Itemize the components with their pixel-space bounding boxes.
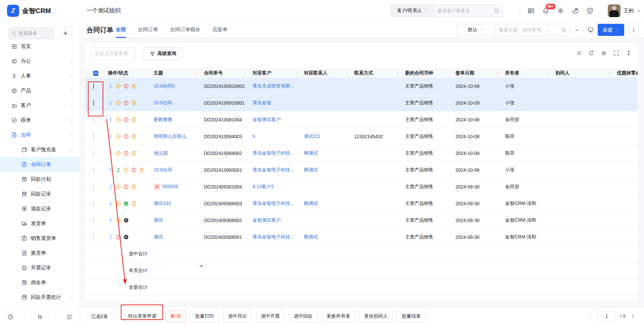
column-header[interactable]: 签单日期: [455, 70, 505, 76]
sidebar-subitem[interactable]: 退款记录: [0, 201, 80, 216]
row-action-icons[interactable]: [108, 151, 154, 156]
column-header[interactable]: 所有者: [505, 70, 555, 76]
row-checkbox[interactable]: [93, 184, 94, 189]
row-subject-link[interactable]: 测试: [154, 234, 163, 239]
prev-page-icon[interactable]: [588, 314, 593, 319]
row-action-icons[interactable]: [108, 201, 154, 206]
sidebar-item[interactable]: 产品: [0, 83, 80, 98]
row-subject-link[interactable]: 555555: [162, 183, 178, 189]
advanced-query-button[interactable]: 高级查询: [143, 47, 183, 60]
more-actions-button[interactable]: [628, 24, 639, 36]
row-customer-link[interactable]: 金智测试客户: [253, 117, 281, 122]
gear-icon[interactable]: [557, 7, 564, 14]
column-header[interactable]: 对应客户: [253, 70, 304, 76]
row-contact-link[interactable]: 测试111: [304, 133, 320, 139]
row-action-icons[interactable]: [108, 167, 154, 173]
row-checkbox[interactable]: [93, 151, 94, 156]
row-subject-link[interactable]: 10.9合同2: [154, 83, 175, 89]
pie-chart-icon[interactable]: [572, 7, 579, 14]
row-action-icons[interactable]: [108, 134, 154, 139]
row-action-icons[interactable]: [108, 234, 154, 240]
sidebar-subitem[interactable]: 佣金单: [0, 275, 80, 290]
bulk-action-button[interactable]: 更改协同人: [359, 311, 393, 322]
column-header[interactable]: 联系方式: [354, 70, 405, 76]
search-icon[interactable]: [561, 27, 567, 33]
global-search-input[interactable]: [435, 8, 494, 13]
gear-icon[interactable]: [601, 50, 607, 56]
row-contact-link[interactable]: 网测试: [304, 150, 318, 156]
user-block[interactable]: 王鹤: [608, 0, 641, 21]
row-action-icons[interactable]: [108, 84, 154, 89]
select-all-checkbox[interactable]: [93, 71, 98, 76]
column-header[interactable]: 协同人: [555, 70, 617, 76]
next-page-icon[interactable]: [631, 314, 635, 319]
list-search-input[interactable]: [495, 27, 561, 33]
row-action-icons[interactable]: [108, 218, 154, 223]
tab-item[interactable]: 合同订单: [138, 21, 158, 38]
row-customer-link[interactable]: 青岛天启投资有限...: [253, 83, 294, 89]
row-checkbox[interactable]: [93, 218, 94, 223]
sidebar-add-button[interactable]: [59, 27, 72, 40]
column-header[interactable]: 对应联系人: [304, 70, 354, 76]
column-header[interactable]: 优惠抹零金: [617, 70, 638, 76]
row-subject-link[interactable]: 册数擦擦: [154, 117, 172, 122]
row-checkbox[interactable]: [93, 84, 94, 89]
row-contact-link[interactable]: 网测试: [304, 234, 318, 239]
row-checkbox[interactable]: [93, 117, 94, 122]
search-icon[interactable]: [494, 8, 499, 13]
tab-active[interactable]: 全部: [116, 21, 126, 38]
sidebar-item[interactable]: 客户: [0, 98, 80, 113]
contact-card-icon[interactable]: [528, 7, 534, 14]
collapse-rows-icon[interactable]: [576, 50, 582, 56]
sidebar-subitem[interactable]: 回款计划: [0, 172, 80, 186]
sidebar-subitem[interactable]: 回款开票统计: [0, 290, 80, 305]
row-customer-link[interactable]: 金智测试客户: [253, 217, 281, 223]
row-customer-link[interactable]: 青岛金智电子科技...: [253, 150, 294, 156]
avatar[interactable]: [608, 4, 621, 17]
column-header[interactable]: 操作/状态: [108, 70, 154, 76]
bulk-action-button[interactable]: 批量打印: [190, 311, 219, 322]
sidebar-item[interactable]: 办公: [0, 54, 80, 68]
bulk-action-button[interactable]: 选中开票: [256, 311, 285, 322]
row-checkbox[interactable]: [93, 134, 94, 139]
sidebar-subitem[interactable]: 销售退货单: [0, 231, 80, 246]
row-checkbox[interactable]: [93, 201, 94, 206]
page-number-input[interactable]: 1: [598, 311, 615, 322]
sidebar-subitem[interactable]: 客户预充值: [0, 142, 80, 157]
sidebar-item[interactable]: 合同: [0, 127, 80, 142]
collapse-sidebar-icon[interactable]: [63, 314, 76, 320]
sidebar-search-input[interactable]: [18, 31, 49, 36]
bulk-action-button[interactable]: 批量结束: [397, 311, 426, 322]
view-select[interactable]: 默认: [457, 24, 495, 36]
row-checkbox[interactable]: [93, 100, 94, 106]
search-expand-chevron-icon[interactable]: [574, 28, 579, 33]
bulk-action-button[interactable]: 更换所有者: [322, 311, 355, 322]
row-action-icons[interactable]: [108, 184, 154, 189]
sidebar-subitem[interactable]: 合同订单: [0, 157, 80, 172]
row-subject-link[interactable]: 测试: [154, 217, 163, 223]
column-header[interactable]: 主题: [154, 70, 204, 76]
bell-icon[interactable]: 99+: [542, 7, 549, 14]
tab-item[interactable]: 店面单: [212, 21, 227, 38]
sliders-icon[interactable]: [34, 314, 46, 320]
row-subject-link[interactable]: 10.9合同: [154, 100, 172, 105]
help-icon[interactable]: [587, 7, 593, 14]
row-customer-link[interactable]: 9.13客户2: [253, 184, 274, 189]
row-action-icons[interactable]: [108, 117, 154, 122]
column-header[interactable]: 合同单号: [204, 70, 253, 76]
sidebar-subitem[interactable]: 回款记录: [0, 186, 80, 201]
bulk-action-button[interactable]: 选中导出: [223, 311, 252, 322]
row-subject-link[interactable]: 测试333: [154, 201, 171, 206]
bulk-action-button[interactable]: 选中回款: [289, 311, 318, 322]
scheme-query-select[interactable]: 自定义方案查询: [91, 47, 136, 60]
sidebar-subitem[interactable]: 开票记录: [0, 260, 80, 275]
tab-item[interactable]: 合同订单模块: [170, 21, 200, 38]
monitor-icon[interactable]: [588, 27, 594, 33]
new-button[interactable]: 新建: [598, 24, 624, 36]
row-contact-link[interactable]: 网测试: [304, 201, 318, 206]
row-checkbox[interactable]: [93, 167, 94, 173]
row-checkbox[interactable]: [93, 234, 94, 240]
sidebar-item[interactable]: 人事: [0, 68, 80, 83]
column-header[interactable]: 新的合同币种: [405, 70, 455, 76]
sidebar-item[interactable]: 跟单: [0, 113, 80, 127]
